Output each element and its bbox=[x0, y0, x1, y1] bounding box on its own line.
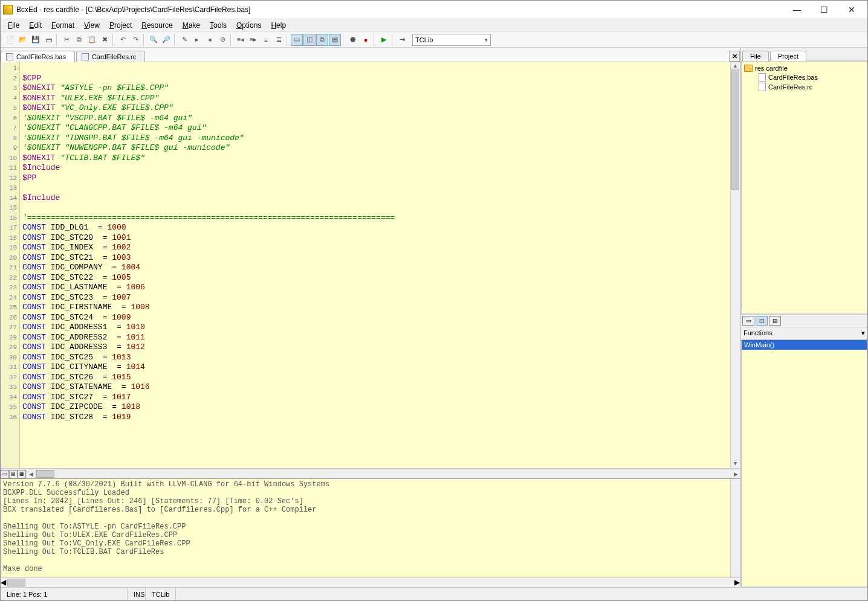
menu-help[interactable]: Help bbox=[266, 20, 291, 31]
panel3-icon[interactable]: ⧉ bbox=[316, 34, 328, 46]
compiler-dropdown[interactable]: TCLib bbox=[412, 34, 491, 46]
panel1-icon[interactable]: ▭ bbox=[291, 34, 303, 46]
menu-format[interactable]: Format bbox=[47, 20, 79, 31]
editor-tab[interactable]: CardFileRes.bas bbox=[1, 51, 75, 62]
window-title: BcxEd - res cardfile - [C:\BcxAdp\Projec… bbox=[16, 5, 783, 14]
menu-project[interactable]: Project bbox=[105, 20, 137, 31]
editor-hscrollbar[interactable] bbox=[35, 469, 731, 478]
menu-resource[interactable]: Resource bbox=[137, 20, 177, 31]
midtab-1[interactable]: ▭ bbox=[742, 316, 754, 326]
view-toggle-2[interactable]: ▤ bbox=[9, 470, 18, 478]
app-icon bbox=[3, 5, 13, 14]
menu-options[interactable]: Options bbox=[232, 20, 266, 31]
status-position: Line: 1 Pos: 1 bbox=[1, 588, 128, 600]
comment-icon[interactable]: ≡ bbox=[260, 34, 272, 46]
cut-icon[interactable]: ✂ bbox=[60, 34, 73, 46]
editor-tab[interactable]: CardFileRes.rc bbox=[76, 51, 145, 62]
menubar: FileEditFormatViewProjectResourceMakeToo… bbox=[1, 19, 867, 32]
bookmark-toggle-icon[interactable]: ✎ bbox=[178, 34, 190, 46]
tree-root-label: res cardfile bbox=[755, 65, 788, 72]
new-file-icon[interactable]: 📄 bbox=[4, 34, 16, 46]
hscroll-left-icon[interactable]: ◀ bbox=[27, 471, 35, 477]
menu-edit[interactable]: Edit bbox=[24, 20, 47, 31]
right-tab-project[interactable]: Project bbox=[770, 51, 806, 61]
right-mid-tabs: ▭ ◫ ▤ bbox=[741, 314, 867, 327]
functions-header[interactable]: Functions▾ bbox=[741, 327, 867, 339]
redo-icon[interactable]: ↷ bbox=[129, 34, 141, 46]
editor-tabbar: CardFileRes.basCardFileRes.rc ✕ bbox=[1, 48, 740, 62]
minimize-button[interactable]: — bbox=[783, 1, 811, 18]
bookmark-next-icon[interactable]: ▸ bbox=[191, 34, 203, 46]
save-all-icon[interactable]: 🗃 bbox=[42, 34, 54, 46]
hscroll-right-icon[interactable]: ▶ bbox=[731, 471, 740, 477]
file-icon bbox=[759, 73, 766, 82]
output-pane: Version 7.7.6 (08/30/2021) Built with LL… bbox=[1, 478, 740, 587]
project-tree[interactable]: res cardfile CardFileRes.basCardFileRes.… bbox=[741, 61, 867, 314]
editor-bottom-strip: ▭ ▤ ▦ ◀ ▶ bbox=[1, 469, 740, 478]
tree-file[interactable]: CardFileRes.bas bbox=[744, 72, 864, 82]
build-icon[interactable]: ⇥ bbox=[396, 34, 408, 46]
delete-icon[interactable]: ✖ bbox=[99, 34, 111, 46]
tab-close-button[interactable]: ✕ bbox=[729, 51, 740, 62]
toolbar: 📄 📂 💾 🗃 ✂ ⧉ 📋 ✖ ↶ ↷ 🔍 🔎 ✎ ▸ ◂ ⊘ ≡◂ ≡▸ ≡ … bbox=[1, 32, 867, 48]
maximize-button[interactable]: ☐ bbox=[811, 1, 838, 18]
functions-list[interactable]: WinMain() bbox=[741, 339, 867, 588]
file-icon bbox=[82, 53, 89, 60]
find-icon[interactable]: 🔍 bbox=[147, 34, 160, 46]
open-file-icon[interactable]: 📂 bbox=[17, 34, 29, 46]
output-vscrollbar[interactable] bbox=[730, 479, 740, 577]
output-hscrollbar[interactable]: ◀ ▶ bbox=[1, 577, 740, 587]
find-replace-icon[interactable]: 🔎 bbox=[160, 34, 172, 46]
window: BcxEd - res cardfile - [C:\BcxAdp\Projec… bbox=[0, 0, 868, 601]
status-lib: TCLib bbox=[146, 588, 176, 600]
statusbar: Line: 1 Pos: 1 INS TCLib bbox=[1, 587, 867, 600]
function-item[interactable]: WinMain() bbox=[742, 340, 867, 350]
bookmark-clear-icon[interactable]: ⊘ bbox=[216, 34, 228, 46]
status-mode: INS bbox=[128, 588, 146, 600]
titlebar: BcxEd - res cardfile - [C:\BcxAdp\Projec… bbox=[1, 1, 867, 19]
scroll-thumb[interactable] bbox=[731, 69, 739, 190]
close-button[interactable]: ✕ bbox=[838, 1, 865, 18]
bookmark-prev-icon[interactable]: ◂ bbox=[204, 34, 216, 46]
code-content[interactable]: $CPP$ONEXIT "ASTYLE -pn $FILE$.CPP"$ONEX… bbox=[20, 62, 730, 468]
out-hscroll-right[interactable]: ▶ bbox=[734, 578, 740, 587]
paste-icon[interactable]: 📋 bbox=[86, 34, 98, 46]
right-tabbar: FileProject bbox=[741, 48, 867, 61]
file-icon bbox=[759, 83, 766, 91]
save-icon[interactable]: 💾 bbox=[30, 34, 42, 46]
view-toggle-1[interactable]: ▭ bbox=[1, 470, 9, 478]
output-text[interactable]: Version 7.7.6 (08/30/2021) Built with LL… bbox=[1, 479, 730, 577]
stop-icon[interactable]: ● bbox=[360, 34, 372, 46]
editor-vscrollbar[interactable]: ▲ ▼ bbox=[730, 62, 740, 468]
line-gutter: 1234567891011121314151617181920212223242… bbox=[1, 62, 20, 468]
undo-icon[interactable]: ↶ bbox=[117, 34, 129, 46]
file-icon bbox=[6, 53, 13, 60]
menu-tools[interactable]: Tools bbox=[205, 20, 232, 31]
run-icon[interactable]: ▶ bbox=[378, 34, 390, 46]
tree-root[interactable]: res cardfile bbox=[744, 64, 864, 72]
folder-icon bbox=[744, 65, 753, 72]
panel2-icon[interactable]: ◫ bbox=[303, 34, 316, 46]
scroll-down-icon[interactable]: ▼ bbox=[731, 460, 740, 468]
uncomment-icon[interactable]: ≣ bbox=[273, 34, 285, 46]
tree-file[interactable]: CardFileRes.rc bbox=[744, 82, 864, 92]
midtab-2[interactable]: ◫ bbox=[756, 316, 768, 326]
out-hscroll-left[interactable]: ◀ bbox=[1, 578, 6, 587]
indent-icon[interactable]: ≡▸ bbox=[247, 34, 259, 46]
midtab-3[interactable]: ▤ bbox=[769, 316, 781, 326]
breakpoint-icon[interactable]: ⬣ bbox=[347, 34, 359, 46]
copy-icon[interactable]: ⧉ bbox=[73, 34, 85, 46]
view-toggle-3[interactable]: ▦ bbox=[18, 470, 26, 478]
menu-view[interactable]: View bbox=[79, 20, 105, 31]
outdent-icon[interactable]: ≡◂ bbox=[235, 34, 247, 46]
menu-file[interactable]: File bbox=[3, 20, 24, 31]
panel4-icon[interactable]: ▤ bbox=[329, 34, 341, 46]
right-tab-file[interactable]: File bbox=[742, 51, 769, 61]
menu-make[interactable]: Make bbox=[178, 20, 205, 31]
code-editor[interactable]: 1234567891011121314151617181920212223242… bbox=[1, 62, 740, 469]
